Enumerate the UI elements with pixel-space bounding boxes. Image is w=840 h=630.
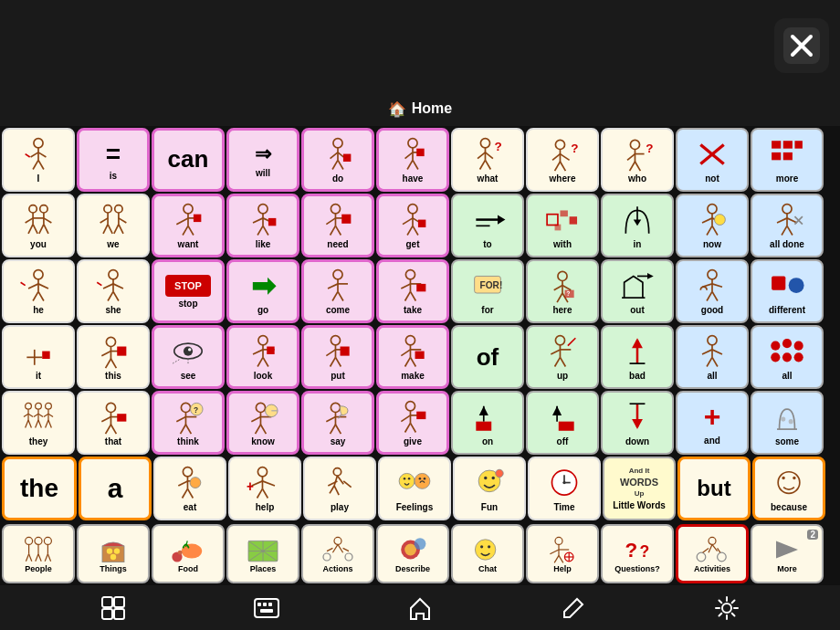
cell-some[interactable]: some — [751, 391, 824, 455]
cell-this[interactable]: this — [77, 325, 150, 389]
toolbar-settings-button[interactable] — [714, 595, 740, 621]
cell-we[interactable]: we — [77, 194, 150, 257]
cell-alldone[interactable]: all done — [751, 194, 824, 257]
cat-people[interactable]: People — [2, 524, 75, 583]
cell-is[interactable]: = is — [77, 128, 150, 192]
svg-line-245 — [44, 414, 48, 416]
cell-you[interactable]: you — [2, 194, 75, 257]
cell-stop[interactable]: STOP stop — [152, 259, 225, 323]
cell-will[interactable]: ⇒ will — [226, 128, 299, 192]
cell-put[interactable]: put — [301, 325, 374, 389]
cat-questions[interactable]: ? ? Questions? — [601, 524, 674, 583]
cell-what[interactable]: ? what — [451, 128, 524, 192]
cell-where[interactable]: ? where — [526, 128, 599, 192]
cell-not-label: not — [705, 173, 719, 184]
cat-more[interactable]: More 2 — [751, 524, 824, 583]
cell-get[interactable]: get — [376, 194, 449, 257]
cell-the[interactable]: the — [2, 457, 77, 520]
svg-line-251 — [101, 416, 110, 421]
cell-help[interactable]: help — [228, 457, 301, 520]
cell-he[interactable]: he — [2, 259, 75, 323]
svg-point-219 — [708, 335, 717, 344]
cell-because[interactable]: because — [752, 457, 825, 520]
cell-bad[interactable]: all — [676, 325, 749, 389]
cell-it[interactable]: it — [2, 325, 75, 389]
cell-i[interactable]: I — [2, 128, 75, 192]
cell-go[interactable]: ➡ go — [226, 259, 299, 323]
cell-good[interactable]: good — [676, 259, 749, 323]
svg-rect-394 — [102, 609, 112, 619]
cat-help[interactable]: Help — [526, 524, 599, 583]
cell-play[interactable]: play — [303, 457, 376, 520]
cell-here[interactable]: ? here — [526, 259, 599, 323]
but-text: but — [697, 476, 730, 501]
cell-there[interactable]: up — [526, 325, 599, 389]
cell-up[interactable]: bad — [601, 325, 674, 389]
cell-come[interactable]: come — [301, 259, 374, 323]
cell-a[interactable]: a — [79, 457, 152, 520]
cat-places[interactable]: Places — [226, 524, 299, 583]
cell-different[interactable]: different — [751, 259, 824, 323]
cell-in[interactable]: in — [601, 194, 674, 257]
cell-who[interactable]: ? who — [601, 128, 674, 192]
svg-rect-396 — [255, 599, 278, 617]
cell-all[interactable]: all — [751, 325, 824, 389]
cat-activities[interactable]: Activities — [676, 524, 749, 583]
svg-line-375 — [550, 550, 559, 554]
cell-know[interactable]: know — [226, 391, 299, 455]
cell-of[interactable]: of — [451, 325, 524, 389]
cell-need[interactable]: need — [301, 194, 374, 257]
cell-and[interactable]: + and — [676, 391, 749, 455]
cell-do[interactable]: do — [301, 128, 374, 192]
cell-like[interactable]: like — [226, 194, 299, 257]
cat-actions[interactable]: Actions — [301, 524, 374, 583]
cell-they[interactable]: they — [2, 391, 75, 455]
cell-little-words[interactable]: And It WORDS Up Little Words — [603, 457, 676, 520]
toolbar-grid-button[interactable] — [100, 595, 126, 621]
cat-things[interactable]: Things — [77, 524, 150, 583]
cat-describe[interactable]: Describe — [376, 524, 449, 583]
cell-not[interactable]: not — [676, 128, 749, 192]
svg-point-3 — [34, 138, 43, 147]
cell-take[interactable]: take — [376, 259, 449, 323]
cell-but[interactable]: but — [677, 457, 751, 520]
svg-line-342 — [26, 553, 28, 561]
cell-off[interactable]: off — [526, 391, 599, 455]
cell-fun[interactable]: Fun — [453, 457, 526, 520]
svg-point-327 — [492, 476, 495, 478]
cell-think[interactable]: ? think — [152, 391, 225, 455]
cell-with[interactable]: with — [526, 194, 599, 257]
svg-line-260 — [181, 425, 186, 434]
cell-she[interactable]: she — [77, 259, 150, 323]
cell-time[interactable]: Time — [528, 457, 601, 520]
cell-out[interactable]: out — [601, 259, 674, 323]
toolbar-home-button[interactable] — [407, 595, 433, 621]
toolbar-edit-button[interactable] — [561, 595, 586, 621]
cell-can[interactable]: can — [152, 128, 225, 192]
cell-make[interactable]: make — [376, 325, 449, 389]
cell-want[interactable]: want — [152, 194, 225, 257]
svg-point-321 — [404, 478, 406, 480]
svg-text:FOR!: FOR! — [480, 279, 503, 289]
cell-make-label: make — [401, 371, 425, 381]
cell-down[interactable]: down — [601, 391, 674, 455]
cell-feelings[interactable]: Feelings — [378, 457, 451, 520]
cat-chat[interactable]: Chat — [451, 524, 524, 583]
toolbar-keyboard-button[interactable] — [254, 598, 279, 618]
cell-have[interactable]: have — [376, 128, 449, 192]
cell-now[interactable]: now — [676, 194, 749, 257]
cell-that[interactable]: that — [77, 391, 150, 455]
cell-on[interactable]: on — [451, 391, 524, 455]
cell-give[interactable]: give — [376, 391, 449, 455]
cell-look[interactable]: look — [226, 325, 299, 389]
svg-line-149 — [405, 291, 411, 300]
cell-say[interactable]: say — [301, 391, 374, 455]
cell-more[interactable]: more — [751, 128, 824, 192]
cell-eat[interactable]: eat — [153, 457, 226, 520]
cell-for[interactable]: FOR! for — [451, 259, 524, 323]
cell-to[interactable]: to — [451, 194, 524, 257]
svg-point-372 — [488, 545, 490, 548]
cell-see[interactable]: see — [152, 325, 225, 389]
cat-food[interactable]: Food — [152, 524, 225, 583]
close-button[interactable] — [774, 18, 829, 73]
